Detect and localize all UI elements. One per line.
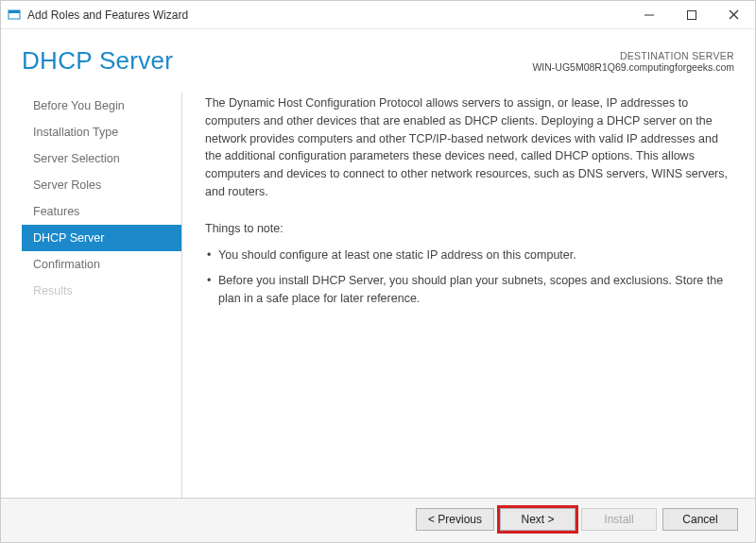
content-area: Before You Begin Installation Type Serve… xyxy=(1,89,755,498)
app-icon xyxy=(7,8,22,23)
things-to-note-label: Things to note: xyxy=(205,220,732,238)
note-item: Before you install DHCP Server, you shou… xyxy=(205,272,732,308)
nav-server-selection[interactable]: Server Selection xyxy=(22,145,181,172)
next-button[interactable]: Next > xyxy=(500,508,576,531)
body-pane: The Dynamic Host Configuration Protocol … xyxy=(182,89,734,498)
destination-block: DESTINATION SERVER WIN-UG5M08R1Q69.compu… xyxy=(532,46,734,73)
install-button: Install xyxy=(581,508,657,531)
previous-button[interactable]: < Previous xyxy=(416,508,494,531)
window-title: Add Roles and Features Wizard xyxy=(27,8,627,22)
svg-rect-1 xyxy=(9,10,20,13)
page-title: DHCP Server xyxy=(22,46,173,76)
wizard-header: DHCP Server DESTINATION SERVER WIN-UG5M0… xyxy=(1,29,755,89)
wizard-footer: < Previous Next > Install Cancel xyxy=(1,498,755,542)
maximize-button[interactable] xyxy=(670,1,713,28)
svg-rect-3 xyxy=(687,10,696,19)
nav-dhcp-server[interactable]: DHCP Server xyxy=(22,225,181,251)
nav-installation-type[interactable]: Installation Type xyxy=(22,119,181,145)
notes-list: You should configure at least one static… xyxy=(205,246,732,307)
cancel-button[interactable]: Cancel xyxy=(662,508,738,531)
nav-results: Results xyxy=(22,278,181,304)
nav-confirmation[interactable]: Confirmation xyxy=(22,251,181,278)
wizard-nav: Before You Begin Installation Type Serve… xyxy=(22,89,182,498)
nav-features[interactable]: Features xyxy=(22,198,181,225)
window-controls xyxy=(627,1,755,28)
nav-before-you-begin[interactable]: Before You Begin xyxy=(22,93,181,119)
minimize-button[interactable] xyxy=(627,1,670,28)
intro-paragraph: The Dynamic Host Configuration Protocol … xyxy=(205,94,732,201)
close-button[interactable] xyxy=(713,1,755,28)
destination-label: DESTINATION SERVER xyxy=(532,50,734,61)
nav-server-roles[interactable]: Server Roles xyxy=(22,172,181,198)
titlebar: Add Roles and Features Wizard xyxy=(1,1,755,29)
note-item: You should configure at least one static… xyxy=(205,246,732,264)
destination-name: WIN-UG5M08R1Q69.computingforgeeks.com xyxy=(532,61,734,73)
